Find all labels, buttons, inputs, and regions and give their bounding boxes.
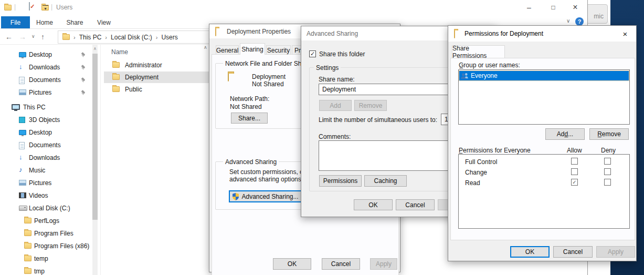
qat-properties-icon[interactable]: ✓ xyxy=(29,2,30,11)
background-tab-label: mic xyxy=(594,13,604,20)
sidebar-item-downloads[interactable]: ↓ Downloads xyxy=(0,151,91,164)
music-icon: ♪ xyxy=(19,166,23,173)
sidebar-item-downloads-pinned[interactable]: ↓ Downloads xyxy=(0,61,91,74)
document-icon xyxy=(19,142,25,149)
tab-home[interactable]: Home xyxy=(31,16,58,28)
full-control-deny-checkbox[interactable] xyxy=(604,158,611,165)
change-deny-checkbox[interactable] xyxy=(604,168,611,175)
file-row-deployment[interactable]: Deployment xyxy=(104,72,209,83)
breadcrumb-local-disk[interactable]: Local Disk (C:) xyxy=(111,34,152,41)
sidebar-item-documents[interactable]: Documents xyxy=(0,139,91,151)
desktop-icon xyxy=(19,130,26,135)
help-button[interactable]: ? xyxy=(575,17,584,26)
group-label: Advanced Sharing xyxy=(223,158,279,166)
group-item-everyone[interactable]: Everyone xyxy=(459,71,629,80)
separator: | xyxy=(51,3,52,11)
folder-icon xyxy=(215,28,216,36)
qat-customize-icon[interactable]: ▾ xyxy=(43,5,48,11)
pin-icon xyxy=(81,52,86,57)
app-folder-icon xyxy=(4,5,12,11)
ok-button[interactable]: OK xyxy=(273,258,311,270)
advanced-sharing-button[interactable]: Advanced Sharing... xyxy=(229,190,302,202)
sidebar-item-3d-objects[interactable]: 3D Objects xyxy=(0,114,91,126)
cancel-button[interactable]: Cancel xyxy=(553,246,593,258)
comments-label: Comments: xyxy=(319,133,351,140)
sidebar-item-videos[interactable]: Videos xyxy=(0,189,91,202)
tab-sharing[interactable]: Sharing xyxy=(240,43,265,55)
close-button[interactable]: × xyxy=(617,28,633,39)
tab-general[interactable]: General xyxy=(216,45,239,55)
tab-share-permissions[interactable]: Share Permissions xyxy=(452,45,505,58)
cancel-button[interactable]: Cancel xyxy=(322,258,360,270)
share-this-folder-checkbox[interactable]: ✓ xyxy=(309,50,316,57)
apply-button[interactable]: Apply xyxy=(370,258,397,270)
file-row-public[interactable]: Public xyxy=(104,84,209,95)
sidebar-item-perflogs[interactable]: PerfLogs xyxy=(0,215,91,227)
sidebar-item-pictures[interactable]: Pictures xyxy=(0,177,91,189)
sidebar-item-tmp[interactable]: tmp xyxy=(0,265,91,275)
column-header-name[interactable]: Name xyxy=(111,48,128,56)
minimize-button[interactable]: – xyxy=(520,0,539,15)
disk-icon xyxy=(19,206,27,211)
folder-icon xyxy=(454,30,455,38)
folder-icon xyxy=(24,230,31,236)
share-button[interactable]: Share... xyxy=(231,113,268,124)
collapse-ribbon-icon[interactable]: ∨ xyxy=(566,18,570,24)
remove-button[interactable]: R̲emove xyxy=(589,128,629,140)
ok-button[interactable]: OK xyxy=(354,199,393,210)
apply-button[interactable]: Apply xyxy=(596,246,635,258)
file-row-administrator[interactable]: Administrator xyxy=(104,59,209,71)
add-button[interactable]: Add̲... xyxy=(545,128,585,140)
sidebar-item-pictures-pinned[interactable]: Pictures xyxy=(0,86,91,99)
dialog-title: Permissions for Deployment xyxy=(464,30,543,37)
folder-icon xyxy=(24,256,31,261)
sidebar-item-desktop-pinned[interactable]: Desktop xyxy=(0,48,91,61)
document-icon xyxy=(19,77,25,84)
check-icon: ✓ xyxy=(572,179,576,185)
folder-icon xyxy=(112,86,120,92)
computer-icon xyxy=(12,104,20,110)
read-deny-checkbox[interactable] xyxy=(604,179,611,186)
full-control-allow-checkbox[interactable] xyxy=(571,158,578,165)
sidebar-item-program-files-x86[interactable]: Program Files (x86) xyxy=(0,240,91,252)
folder-icon xyxy=(24,243,31,249)
cancel-button[interactable]: Cancel xyxy=(396,199,435,210)
sidebar-item-program-files[interactable]: Program Files xyxy=(0,227,91,240)
permissions-button[interactable]: Permissions xyxy=(319,175,362,187)
sidebar-item-local-disk-c[interactable]: Local Disk (C:) xyxy=(0,202,91,215)
sidebar-item-desktop[interactable]: Desktop xyxy=(0,126,91,139)
scroll-up-icon[interactable]: ∧ xyxy=(92,45,98,53)
sidebar-scrollbar-thumb[interactable] xyxy=(92,54,98,220)
back-icon[interactable]: ← xyxy=(5,33,13,41)
read-allow-checkbox[interactable]: ✓ xyxy=(571,179,578,186)
ok-button[interactable]: OK xyxy=(510,246,550,258)
sort-ascending-icon[interactable]: ∧ xyxy=(204,45,207,50)
sidebar-item-documents-pinned[interactable]: Documents xyxy=(0,74,91,86)
dialog-title: Advanced Sharing xyxy=(307,30,358,37)
history-dropdown-icon[interactable]: ∨ xyxy=(31,34,35,39)
permissions-table-label: P̲ermissions for Everyone xyxy=(459,147,531,154)
sidebar-item-temp[interactable]: temp xyxy=(0,252,91,265)
breadcrumb-this-pc[interactable]: This PC xyxy=(79,34,102,41)
folder-icon xyxy=(112,74,120,80)
add-share-button[interactable]: Add xyxy=(319,100,352,111)
caching-button[interactable]: Caching xyxy=(364,175,407,187)
remove-share-button[interactable]: Remove xyxy=(354,100,387,111)
up-icon[interactable]: ↑ xyxy=(41,33,45,41)
breadcrumb-users[interactable]: Users xyxy=(161,34,177,41)
forward-icon[interactable]: → xyxy=(19,33,26,41)
tab-file[interactable]: File xyxy=(1,16,30,28)
tab-view[interactable]: View xyxy=(91,16,117,28)
change-allow-checkbox[interactable] xyxy=(571,168,578,175)
group-list[interactable]: Everyone xyxy=(458,69,630,125)
sidebar-item-this-pc[interactable]: This PC xyxy=(0,101,91,114)
tab-share[interactable]: Share xyxy=(60,16,89,28)
maximize-button[interactable]: □ xyxy=(544,0,563,15)
crumb-separator: › xyxy=(73,34,76,40)
explorer-titlebar: | ✓ ▾ | Users – □ × xyxy=(0,0,587,15)
crumb-separator: › xyxy=(105,34,107,40)
tab-security[interactable]: Security xyxy=(266,45,291,55)
sidebar-item-music[interactable]: ♪ Music xyxy=(0,164,91,177)
minimize-icon: – xyxy=(527,3,531,12)
close-button[interactable]: × xyxy=(566,0,585,15)
